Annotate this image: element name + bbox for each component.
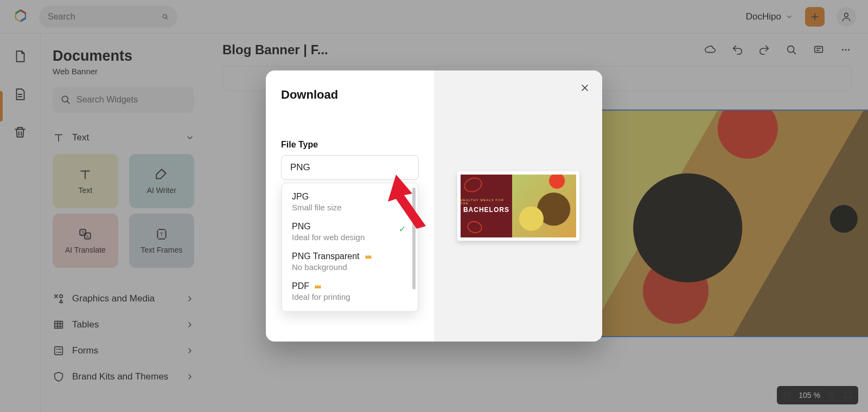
option-title: PDF (292, 281, 309, 291)
option-sub: Small file size (292, 203, 408, 212)
option-title: JPG (292, 192, 309, 202)
preview-image (512, 175, 576, 237)
option-jpg[interactable]: JPG Small file size (282, 188, 418, 217)
option-png-transparent[interactable]: PNG Transparent No background (282, 247, 418, 277)
file-type-label: File Type (281, 140, 419, 150)
download-modal: Download File Type PNG JPG Small file si… (266, 70, 602, 342)
option-sub: Ideal for web design (292, 233, 408, 242)
option-sub: No background (292, 262, 408, 272)
file-type-select[interactable]: PNG JPG Small file size PNG Ideal for we… (281, 155, 419, 180)
preview-text-line2: BACHELORS (463, 206, 509, 214)
file-type-dropdown: JPG Small file size PNG Ideal for web de… (282, 183, 418, 312)
download-preview: HEALTHY MEALS FOR THE BACHELORS (457, 171, 579, 241)
crown-icon (314, 282, 322, 291)
crown-icon (364, 252, 373, 261)
file-type-selected: PNG (290, 162, 310, 173)
close-icon[interactable] (579, 82, 590, 93)
check-icon: ✓ (399, 224, 406, 234)
option-title: PNG Transparent (292, 252, 360, 261)
preview-text-line1: HEALTHY MEALS FOR THE (461, 198, 513, 205)
option-sub: Ideal for printing (292, 292, 408, 301)
option-title: PNG (292, 222, 311, 231)
modal-title: Download (281, 88, 419, 102)
option-pdf[interactable]: PDF Ideal for printing (282, 277, 418, 307)
option-png[interactable]: PNG Ideal for web design ✓ (282, 217, 418, 247)
